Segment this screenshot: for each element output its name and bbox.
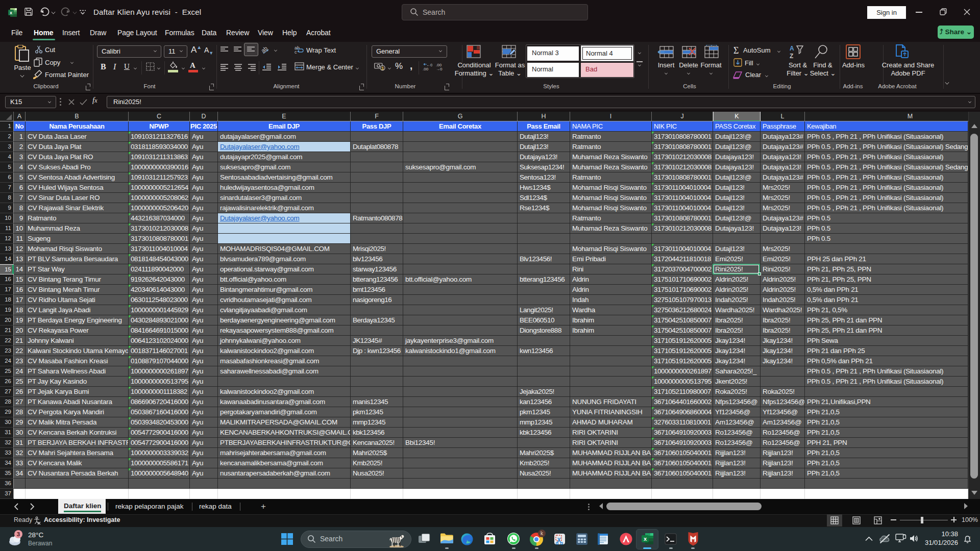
svg-text:→0: →0 bbox=[436, 67, 443, 71]
svg-text:.00: .00 bbox=[423, 67, 429, 71]
svg-text:A: A bbox=[790, 45, 794, 52]
svg-text:$: $ bbox=[381, 65, 384, 71]
svg-text:x: x bbox=[10, 10, 12, 15]
svg-text:z: z bbox=[969, 536, 971, 539]
svg-text:Z: Z bbox=[790, 53, 793, 60]
svg-text:c: c bbox=[295, 49, 297, 54]
svg-text:x: x bbox=[644, 536, 647, 542]
